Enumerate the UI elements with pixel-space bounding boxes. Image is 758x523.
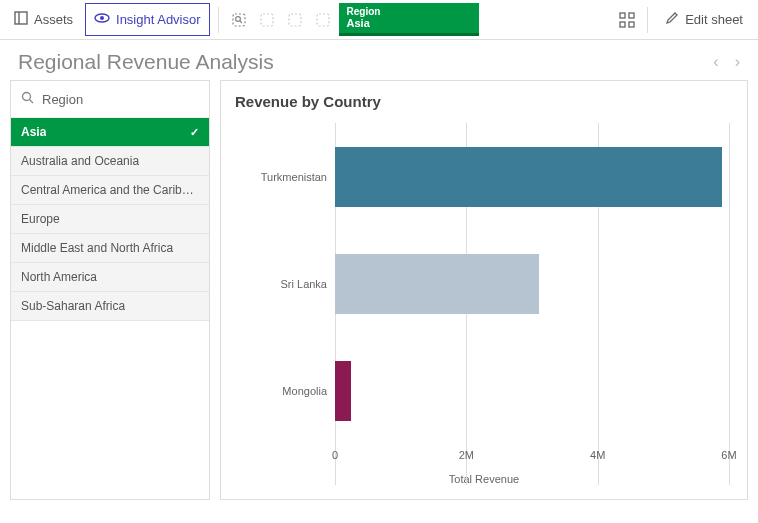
svg-rect-12 [620, 22, 625, 27]
svg-rect-7 [261, 14, 273, 26]
filter-field-name: Region [42, 92, 83, 107]
separator [218, 7, 219, 33]
sheet-header: Regional Revenue Analysis ‹ › [0, 40, 758, 80]
svg-point-14 [23, 93, 31, 101]
chart-panel[interactable]: Revenue by Country Total Revenue 02M4M6M… [220, 80, 748, 500]
chart-area: Total Revenue 02M4M6MTurkmenistanSri Lan… [235, 123, 733, 485]
gridline [729, 123, 730, 485]
filter-item[interactable]: Sub-Saharan Africa [11, 292, 209, 321]
chart-bar[interactable] [335, 254, 539, 314]
insight-label: Insight Advisor [116, 12, 201, 27]
x-tick-label: 4M [590, 449, 605, 461]
step-forward-icon[interactable] [283, 8, 307, 32]
filter-item[interactable]: North America [11, 263, 209, 292]
filter-item[interactable]: Asia✓ [11, 118, 209, 147]
selection-pill-label: Region [347, 6, 469, 18]
svg-rect-4 [233, 14, 245, 26]
assets-icon [14, 11, 28, 28]
step-back-icon[interactable] [255, 8, 279, 32]
selection-pill-value: Asia [347, 17, 469, 30]
chart-title: Revenue by Country [235, 93, 733, 110]
filter-item[interactable]: Middle East and North Africa [11, 234, 209, 263]
filter-item-label: Australia and Oceania [21, 154, 139, 168]
assets-label: Assets [34, 12, 73, 27]
x-axis-label: Total Revenue [235, 473, 733, 485]
svg-rect-13 [629, 22, 634, 27]
filter-pane-header[interactable]: Region [11, 81, 209, 118]
chart-bar[interactable] [335, 147, 722, 207]
svg-point-3 [100, 16, 104, 20]
filter-item[interactable]: Europe [11, 205, 209, 234]
edit-sheet-button[interactable]: Edit sheet [656, 4, 752, 35]
filter-item-label: Asia [21, 125, 46, 139]
toolbar: Assets Insight Advisor Region Asia Edit … [0, 0, 758, 40]
prev-sheet-icon[interactable]: ‹ [713, 53, 718, 71]
x-tick-label: 6M [721, 449, 736, 461]
sheet-nav: ‹ › [713, 53, 740, 71]
insight-advisor-button[interactable]: Insight Advisor [85, 3, 210, 36]
y-category-label: Turkmenistan [235, 171, 327, 183]
filter-item-label: Middle East and North Africa [21, 241, 173, 255]
x-tick-label: 0 [332, 449, 338, 461]
selection-pill-region[interactable]: Region Asia [339, 3, 479, 36]
filter-list: Asia✓Australia and OceaniaCentral Americ… [11, 118, 209, 321]
page-title: Regional Revenue Analysis [18, 50, 274, 74]
y-category-label: Sri Lanka [235, 278, 327, 290]
selections-tool-icon[interactable] [615, 8, 639, 32]
filter-item-label: Europe [21, 212, 60, 226]
svg-point-5 [235, 16, 240, 21]
next-sheet-icon[interactable]: › [735, 53, 740, 71]
svg-line-15 [30, 100, 34, 104]
search-icon [21, 91, 34, 107]
filter-item-label: North America [21, 270, 97, 284]
svg-line-6 [240, 21, 242, 23]
svg-rect-10 [620, 13, 625, 18]
check-icon: ✓ [190, 126, 199, 139]
svg-rect-0 [15, 12, 27, 24]
chart-bar[interactable] [335, 361, 351, 421]
y-category-label: Mongolia [235, 385, 327, 397]
clear-selections-icon[interactable] [311, 8, 335, 32]
filter-item-label: Sub-Saharan Africa [21, 299, 125, 313]
smart-search-icon[interactable] [227, 8, 251, 32]
filter-item[interactable]: Central America and the Carib… [11, 176, 209, 205]
filter-item-label: Central America and the Carib… [21, 183, 194, 197]
pencil-icon [665, 11, 679, 28]
svg-rect-11 [629, 13, 634, 18]
svg-rect-9 [317, 14, 329, 26]
assets-button[interactable]: Assets [6, 5, 81, 34]
x-tick-label: 2M [459, 449, 474, 461]
insight-icon [94, 10, 110, 29]
edit-sheet-label: Edit sheet [685, 12, 743, 27]
filter-pane: Region Asia✓Australia and OceaniaCentral… [10, 80, 210, 500]
svg-rect-8 [289, 14, 301, 26]
separator [647, 7, 648, 33]
filter-item[interactable]: Australia and Oceania [11, 147, 209, 176]
